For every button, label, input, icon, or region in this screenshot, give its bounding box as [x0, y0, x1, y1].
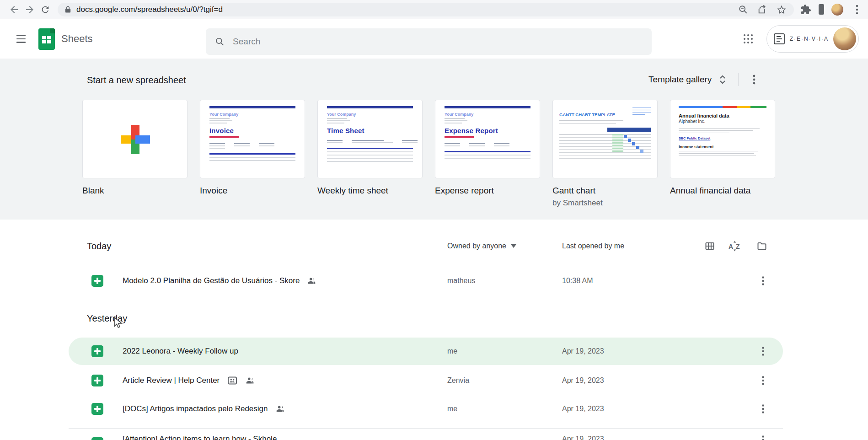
back-icon: [9, 4, 20, 15]
search-input[interactable]: [233, 37, 643, 47]
file-title: [Attention] Action items to learn how - …: [123, 435, 277, 440]
owner-filter-label: Owned by anyone: [447, 242, 506, 250]
shared-people-icon: [307, 276, 317, 286]
folder-icon: [756, 241, 767, 252]
thumb-title: Annual financial data: [679, 113, 766, 118]
template-options-button[interactable]: [745, 70, 763, 89]
template-kebab-icon: [753, 74, 755, 85]
template-card-gantt: GANTT CHART TEMPLATE Gantt chart by Smar…: [552, 100, 658, 208]
thumb-company: Your Company: [445, 112, 530, 117]
sheets-file-icon: [91, 375, 103, 386]
grid-view-button[interactable]: [702, 238, 718, 254]
row-kebab-icon: [762, 376, 764, 385]
browser-toolbar: docs.google.com/spreadsheets/u/0/?tgif=d: [0, 0, 868, 19]
dropdown-arrow-icon: [511, 244, 516, 248]
zenvia-logo: [773, 33, 785, 45]
lock-icon: [64, 5, 72, 13]
template-label: Blank: [82, 186, 188, 196]
grid-view-icon: [704, 241, 715, 252]
file-title: Article Review | Help Center: [123, 376, 220, 385]
gantt-template-thumbnail[interactable]: GANTT CHART TEMPLATE: [552, 100, 658, 178]
sheets-home-screen: docs.google.com/spreadsheets/u/0/?tgif=d: [0, 0, 868, 440]
file-list: Today Owned by anyone Last opened by me …: [0, 232, 868, 440]
file-opened: 10:38 AM: [562, 267, 593, 295]
browser-profile-avatar[interactable]: [831, 4, 843, 16]
file-row-highlighted[interactable]: 2022 Leonora - Weekly Follow up me Apr 1…: [69, 338, 783, 365]
svg-text:Z: Z: [736, 243, 740, 250]
file-row[interactable]: [DOCs] Artigos impactados pelo Redesign …: [69, 395, 783, 423]
extensions-puzzle-icon: [800, 4, 811, 15]
thumb-title: Time Sheet: [327, 127, 413, 134]
share-button[interactable]: [757, 5, 767, 15]
invoice-template-thumbnail[interactable]: Your Company Invoice: [200, 100, 305, 178]
file-owner: me: [447, 338, 457, 365]
thumb-title: Invoice: [209, 127, 295, 134]
thumb-company: Your Company: [209, 112, 295, 117]
forward-button[interactable]: [22, 2, 38, 17]
sheets-file-icon: [91, 345, 103, 357]
side-panel-button[interactable]: [819, 5, 824, 14]
file-owner: Zenvia: [447, 367, 469, 394]
sort-button[interactable]: A Z: [726, 238, 743, 254]
row-menu-button[interactable]: [752, 270, 774, 292]
google-apps-button[interactable]: [740, 31, 756, 47]
shared-people-icon: [245, 376, 255, 386]
main-menu-button[interactable]: [11, 29, 31, 49]
blank-template-thumbnail[interactable]: [82, 100, 188, 178]
bookmark-button[interactable]: [777, 5, 787, 15]
template-card-timesheet: Your Company Time Sheet Weekly time shee…: [317, 100, 423, 208]
template-card-invoice: Your Company Invoice Invoice: [200, 100, 305, 208]
extensions-button[interactable]: [800, 4, 811, 15]
owner-filter-button[interactable]: Owned by anyone: [447, 232, 516, 260]
file-opened: Apr 19, 2023: [562, 431, 604, 440]
row-kebab-icon: [762, 276, 764, 285]
forward-icon: [24, 4, 35, 15]
browser-menu-button[interactable]: [851, 3, 863, 16]
row-menu-button[interactable]: [752, 340, 774, 362]
annual-template-thumbnail[interactable]: Annual financial data Alphabet Inc. SEC …: [670, 100, 775, 178]
group-heading-row: Yesterday: [69, 308, 783, 328]
account-avatar[interactable]: [833, 27, 856, 50]
file-owner: me: [447, 395, 457, 423]
timesheet-template-thumbnail[interactable]: Your Company Time Sheet: [317, 100, 423, 178]
expense-template-thumbnail[interactable]: Your Company Expense Report: [435, 100, 540, 178]
search-bar[interactable]: [206, 28, 652, 55]
file-opened: Apr 19, 2023: [562, 395, 604, 423]
template-cards: Blank Your Company Invoice: [82, 100, 775, 208]
file-owner: matheus: [447, 267, 475, 295]
group-heading-yesterday: Yesterday: [87, 308, 127, 328]
file-row[interactable]: Article Review | Help Center Zenvia Apr …: [69, 367, 783, 394]
file-title: Modelo 2.0 Planilha de Gestão de Usuário…: [123, 276, 300, 285]
bookmark-star-icon: [777, 5, 787, 15]
chevron-up-down-icon: [718, 74, 727, 85]
shared-people-icon: [275, 404, 285, 414]
template-section-title: Start a new spreadsheet: [87, 75, 186, 86]
template-label: Invoice: [200, 186, 305, 196]
zoom-out-button[interactable]: [738, 5, 748, 15]
reload-button[interactable]: [38, 2, 53, 17]
reload-icon: [40, 5, 50, 15]
account-pill[interactable]: Z·E·N·V·I·A: [766, 25, 859, 53]
group-heading-today: Today: [87, 232, 111, 260]
sheets-file-icon: [91, 275, 103, 287]
account-brand-text: Z·E·N·V·I·A: [790, 36, 829, 42]
template-gallery-button[interactable]: Template gallery: [644, 70, 732, 89]
row-menu-button[interactable]: [752, 370, 774, 392]
thumb-company: Your Company: [327, 112, 413, 117]
svg-text:A: A: [729, 243, 733, 250]
template-gallery-label: Template gallery: [648, 75, 712, 85]
back-button[interactable]: [6, 2, 22, 17]
template-sublabel: by Smartsheet: [552, 199, 658, 208]
template-card-blank: Blank: [82, 100, 188, 208]
thumb-title: Expense Report: [445, 127, 530, 134]
row-menu-button[interactable]: [752, 429, 774, 440]
template-section: Start a new spreadsheet Template gallery…: [0, 59, 868, 220]
file-row[interactable]: Modelo 2.0 Planilha de Gestão de Usuário…: [69, 267, 783, 295]
open-file-picker-button[interactable]: [754, 238, 770, 254]
file-row[interactable]: [Attention] Action items to learn how - …: [69, 431, 783, 440]
row-divider: [69, 428, 783, 429]
sheets-logo[interactable]: [38, 28, 55, 50]
row-menu-button[interactable]: [752, 398, 774, 420]
address-bar[interactable]: docs.google.com/spreadsheets/u/0/?tgif=d: [58, 3, 794, 16]
thumb-subtitle: Alphabet Inc.: [679, 119, 766, 124]
